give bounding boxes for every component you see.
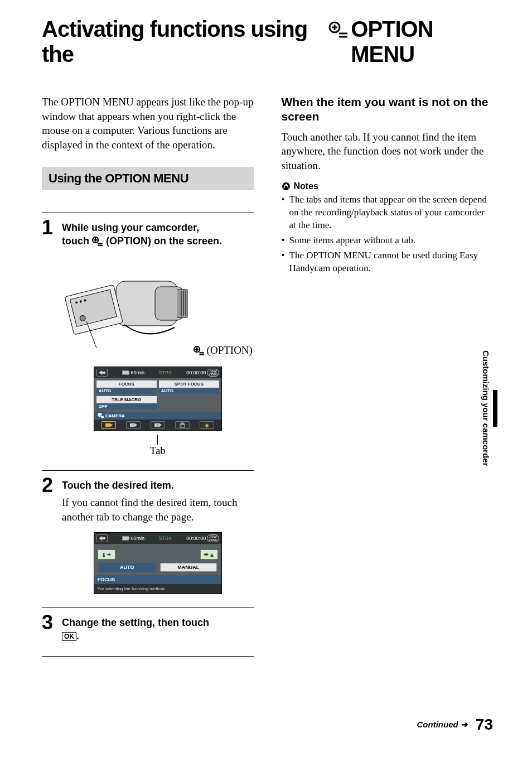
lcd1-tele: TELE MACRO: [96, 396, 157, 403]
step-1-heading: While using your camcorder, touch: [62, 221, 254, 248]
svg-rect-46: [128, 537, 129, 539]
step-3-heading: Change the setting, then touch OK.: [62, 616, 254, 643]
option-menu-icon: [328, 17, 349, 42]
side-tab-bar: [493, 390, 497, 427]
back-icon: [96, 369, 108, 377]
battery-icon: [122, 370, 130, 375]
step1-line2b: (OPTION) on the screen.: [106, 235, 222, 247]
right-subheading: When the item you want is not on the scr…: [282, 95, 494, 124]
lcd2-focus: FOCUS: [94, 575, 221, 584]
option-caption: (OPTION): [194, 344, 253, 356]
notes-list: The tabs and items that appear on the sc…: [282, 194, 494, 275]
section-heading: Using the OPTION MENU: [42, 167, 254, 190]
lcd1-camera-row: CAMERA: [94, 412, 221, 420]
step-number: 1: [42, 218, 56, 457]
lcd-screenshot-1: 60min STBY 00:00:00 -RW VIDEO: [94, 367, 222, 431]
step-2-text: If you cannot find the desired item, tou…: [62, 495, 254, 524]
tab-pointer: Tab: [62, 435, 254, 457]
title-part1: Activating functions using the: [42, 17, 326, 67]
lcd1-focus-val: AUTO: [96, 388, 157, 394]
step-2-heading: Touch the desired item.: [62, 479, 254, 492]
step-number-3: 3: [42, 613, 56, 643]
lcd2-auto-btn: AUTO: [99, 563, 156, 572]
tab-icon-1: [101, 421, 116, 429]
svg-rect-29: [123, 371, 128, 374]
page-number: 73: [476, 716, 493, 734]
side-tab-text: Customizing your camcorder: [481, 346, 493, 471]
title-part2: OPTION MENU: [351, 17, 493, 67]
note-item: Some items appear without a tab.: [282, 234, 494, 247]
tab-icon-4: [175, 421, 190, 429]
svg-marker-41: [159, 423, 162, 427]
step-2: 2 Touch the desired item. If you cannot …: [42, 470, 254, 607]
notes-label: Notes: [294, 181, 318, 191]
svg-marker-36: [110, 423, 113, 427]
continued-text: Continued: [417, 720, 458, 729]
option-menu-icon-tiny: [98, 413, 104, 418]
lcd2-time: 00:00:00: [186, 536, 206, 541]
page-footer: Continued ➜ 73: [417, 716, 493, 734]
step-1: 1 While using your camcorder, touch: [42, 213, 254, 471]
step1-line1: While using your camcorder,: [62, 222, 199, 233]
option-caption-text: (OPTION): [207, 344, 253, 356]
continued-label: Continued ➜: [417, 720, 468, 730]
lcd1-disc-sub: VIDEO: [209, 373, 217, 376]
svg-point-48: [103, 555, 105, 557]
lcd-screenshot-2: 60min STBY 00:00:00 -RW VIDEO: [94, 532, 222, 594]
tab-icon-3: 2: [151, 421, 165, 429]
lcd2-hint: For selecting the focusing method.: [94, 584, 221, 594]
svg-point-51: [282, 182, 290, 190]
tab-icon-5: [200, 421, 214, 429]
side-tab: Customizing your camcorder: [481, 346, 497, 471]
lcd1-tele-val: OFF: [96, 403, 157, 409]
arrow-right-icon: ➜: [461, 720, 468, 729]
svg-rect-47: [123, 537, 128, 540]
right-paragraph: Touch another tab. If you cannot find th…: [282, 130, 494, 173]
tab-caption: Tab: [150, 445, 166, 456]
intro-paragraph: The OPTION MENU appears just like the po…: [42, 95, 254, 152]
lcd2-status: STBY: [159, 536, 172, 541]
notes-icon: [282, 182, 291, 191]
notes-heading: Notes: [282, 181, 494, 191]
option-menu-icon-caption: [194, 344, 205, 356]
svg-text:2: 2: [157, 423, 158, 427]
lcd1-time: 00:00:00: [186, 370, 206, 375]
lcd2-manual-btn: MANUAL: [160, 563, 217, 572]
svg-rect-28: [128, 372, 129, 374]
disc-icon: -RW VIDEO: [207, 369, 219, 377]
camcorder-illustration: (OPTION): [62, 259, 254, 356]
page-title: Activating functions using the OPTION ME…: [42, 17, 493, 67]
battery-icon-2: [122, 536, 130, 541]
lcd2-disc-sub: VIDEO: [209, 539, 217, 542]
svg-rect-35: [105, 423, 110, 427]
disc-icon-2: -RW VIDEO: [207, 534, 219, 542]
lcd2-battery: 60min: [131, 536, 145, 541]
lcd1-spot-val: AUTO: [159, 388, 219, 394]
step-number-2: 2: [42, 475, 56, 594]
lcd1-status: STBY: [159, 370, 172, 375]
svg-marker-38: [135, 423, 137, 427]
lcd1-spot: SPOT FOCUS: [159, 380, 219, 388]
lcd1-battery: 60min: [131, 370, 145, 375]
back-icon-2: [96, 534, 108, 542]
step1-line2a: touch: [62, 235, 92, 247]
svg-text:1: 1: [132, 423, 134, 427]
note-item: The tabs and items that appear on the sc…: [282, 194, 494, 232]
option-menu-icon-small: [92, 235, 106, 247]
note-item: The OPTION MENU cannot be used during Ea…: [282, 249, 494, 275]
step-3: 3 Change the setting, then touch OK.: [42, 607, 254, 657]
step-divider-end: [42, 656, 254, 657]
svg-point-52: [285, 185, 286, 186]
lcd1-camera-text: CAMERA: [105, 413, 125, 418]
tab-icon-2: 1: [126, 421, 141, 429]
near-focus-icon: [98, 549, 115, 560]
ok-button-icon: OK: [62, 632, 76, 641]
far-focus-icon: [200, 549, 218, 560]
step3-a: Change the setting, then touch: [62, 617, 209, 628]
lcd1-focus: FOCUS: [96, 380, 157, 388]
step3-b: .: [76, 630, 79, 642]
